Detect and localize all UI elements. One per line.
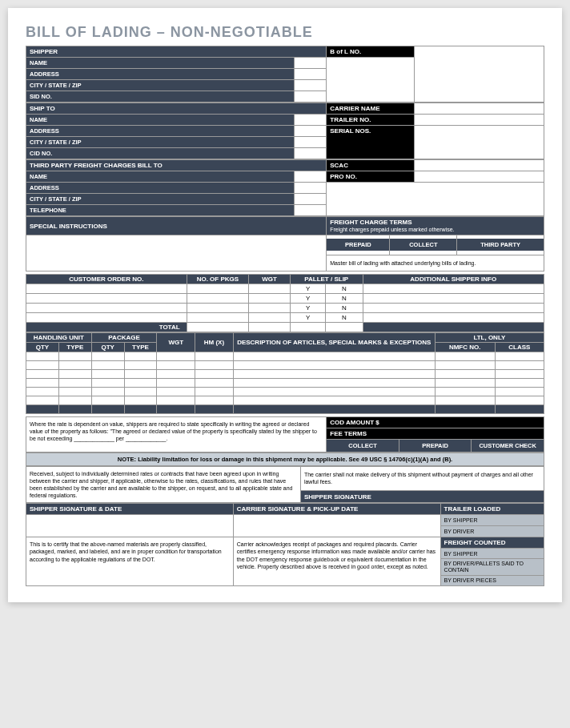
fee-prepaid-button[interactable]: PREPAID — [399, 440, 472, 452]
rate-text: Where the rate is dependent on value, sh… — [26, 417, 327, 452]
third-tel-label: TELEPHONE — [26, 205, 295, 216]
order-row[interactable] — [26, 313, 187, 323]
fee-cc-button[interactable]: CUSTOMER CHECK — [472, 440, 544, 452]
wgt-header: WGT — [249, 275, 291, 284]
type2-header: TYPE — [124, 343, 157, 352]
qty1-header: QTY — [26, 343, 59, 352]
shipto-address-input[interactable] — [295, 126, 327, 137]
received-section: Received, subject to individually determ… — [26, 466, 544, 503]
hm-header: HM (X) — [195, 333, 234, 352]
bol-header: B of L NO. — [327, 46, 415, 58]
fct-header: FREIGHT CHARGE TERMS — [330, 219, 411, 226]
certify-text: This is to certify that the above-named … — [26, 537, 234, 585]
shipto-cid-input[interactable] — [295, 148, 327, 159]
shipper-sig-header: SHIPPER SIGNATURE — [300, 490, 544, 502]
cspd-header: CARRIER SIGNATURE & PICK-UP DATE — [233, 504, 440, 515]
master-bol-text: Master bill of lading with attached unde… — [327, 255, 544, 271]
shipto-name-label: NAME — [26, 115, 295, 126]
pro-label: PRO NO. — [327, 171, 415, 183]
shipper-sid-label: SID NO. — [26, 91, 295, 103]
ltl-header: LTL, ONLY — [435, 333, 544, 343]
fee-collect-button[interactable]: COLLECT — [327, 440, 399, 452]
shipper-section: SHIPPER B of L NO. NAME ADDRESS CITY / S… — [26, 46, 544, 103]
shipper-csz-input[interactable] — [295, 80, 327, 91]
customer-order-table: CUSTOMER ORDER NO. NO. OF PKGS WGT PALLE… — [26, 274, 544, 332]
hu-row[interactable] — [26, 370, 59, 379]
ssd-input[interactable] — [26, 515, 234, 537]
ack-text: Carrier acknowledges receipt of packages… — [233, 537, 440, 585]
ssd-header: SHIPPER SIGNATURE & DATE — [26, 504, 234, 515]
si-header: SPECIAL INSTRUCTIONS — [26, 217, 327, 235]
handling-unit-table: HANDLING UNIT PACKAGE WGT HM (X) DESCRIP… — [26, 332, 544, 414]
pkg-header: PACKAGE — [91, 333, 157, 343]
pro-input[interactable] — [415, 171, 544, 183]
third-address-label: ADDRESS — [26, 183, 295, 194]
hu-row[interactable] — [26, 388, 59, 396]
rate-cod-section: Where the rate is dependent on value, sh… — [26, 416, 544, 452]
tl-bydriver[interactable]: BY DRIVER — [440, 526, 544, 537]
third-csz-input[interactable] — [295, 194, 327, 205]
hu-row[interactable] — [26, 379, 59, 388]
shipper-name-input[interactable] — [295, 58, 327, 69]
shipto-cid-label: CID NO. — [26, 148, 295, 159]
shipto-section: SHIP TO CARRIER NAME NAME TRAILER NO. AD… — [26, 103, 544, 159]
fc-header: FREIGHT COUNTED — [440, 537, 544, 549]
shipto-header: SHIP TO — [26, 103, 327, 115]
total-label: TOTAL — [26, 323, 187, 332]
desc-header: DESCRIPTION OF ARTICLES, SPECIAL MARKS &… — [233, 333, 435, 352]
tl-byshipper[interactable]: BY SHIPPER — [440, 515, 544, 526]
page-title: BILL OF LADING – NON-NEGOTIABLE — [26, 24, 544, 41]
carrier-name-input[interactable] — [415, 103, 544, 115]
hu-header: HANDLING UNIT — [26, 333, 92, 343]
hu-wgt-header: WGT — [157, 333, 195, 352]
hu-row[interactable] — [26, 396, 59, 405]
scac-label: SCAC — [327, 160, 415, 171]
shipper-name-label: NAME — [26, 58, 295, 69]
pkgs-header: NO. OF PKGS — [187, 275, 249, 284]
hu-row[interactable] — [26, 352, 59, 361]
shipto-csz-label: CITY / STATE / ZIP — [26, 137, 295, 148]
order-row[interactable] — [26, 284, 187, 294]
fc-byshipper[interactable]: BY SHIPPER — [440, 549, 544, 559]
custorder-header: CUSTOMER ORDER NO. — [26, 275, 187, 284]
cod-header: COD AMOUNT $ — [327, 417, 544, 428]
bol-value[interactable] — [415, 46, 544, 103]
fc-bydriver-pallets[interactable]: BY DRIVER/PALLETS SAID TO CONTAIN — [440, 559, 544, 575]
collect-button[interactable]: COLLECT — [390, 239, 456, 251]
bol-space — [327, 58, 415, 103]
pallet-header: PALLET / SLIP — [290, 275, 363, 284]
received-text: Received, subject to individually determ… — [26, 467, 301, 503]
serial-input[interactable] — [415, 126, 544, 159]
signature-section: SHIPPER SIGNATURE & DATE CARRIER SIGNATU… — [26, 503, 544, 585]
carrier-name-label: CARRIER NAME — [327, 103, 415, 115]
shipper-sid-input[interactable] — [295, 91, 327, 103]
thirdparty-section: THIRD PARTY FREIGHT CHARGES BILL TO SCAC… — [26, 159, 544, 216]
shipper-address-input[interactable] — [295, 69, 327, 80]
shipto-address-label: ADDRESS — [26, 126, 295, 137]
special-freight-section: SPECIAL INSTRUCTIONS FREIGHT CHARGE TERM… — [26, 216, 544, 271]
third-tel-input[interactable] — [295, 205, 327, 216]
third-address-input[interactable] — [295, 183, 327, 194]
fee-header: FEE TERMS — [327, 428, 544, 440]
cspd-input[interactable] — [233, 515, 440, 537]
scac-input[interactable] — [415, 160, 544, 171]
third-header: THIRD PARTY FREIGHT CHARGES BILL TO — [26, 160, 327, 171]
hu-row[interactable] — [26, 361, 59, 370]
qty2-header: QTY — [91, 343, 124, 352]
prepaid-button[interactable]: PREPAID — [327, 239, 389, 251]
si-input[interactable] — [26, 235, 327, 271]
fc-bydriver-pieces[interactable]: BY DRIVER PIECES — [440, 575, 544, 585]
third-name-label: NAME — [26, 171, 295, 183]
addl-header: ADDITIONAL SHIPPER INFO — [363, 275, 544, 284]
shipto-csz-input[interactable] — [295, 137, 327, 148]
fct-sub: Freight charges prepaid unless marked ot… — [330, 227, 454, 232]
shipper-header: SHIPPER — [26, 46, 327, 58]
order-row[interactable] — [26, 304, 187, 313]
order-row[interactable] — [26, 294, 187, 304]
type1-header: TYPE — [58, 343, 91, 352]
shipto-name-input[interactable] — [295, 115, 327, 126]
thirdparty-button[interactable]: THIRD PARTY — [457, 239, 544, 251]
trailer-input[interactable] — [415, 115, 544, 126]
liability-note: NOTE: Liability limitation for loss or d… — [26, 452, 544, 466]
third-name-input[interactable] — [295, 171, 327, 183]
